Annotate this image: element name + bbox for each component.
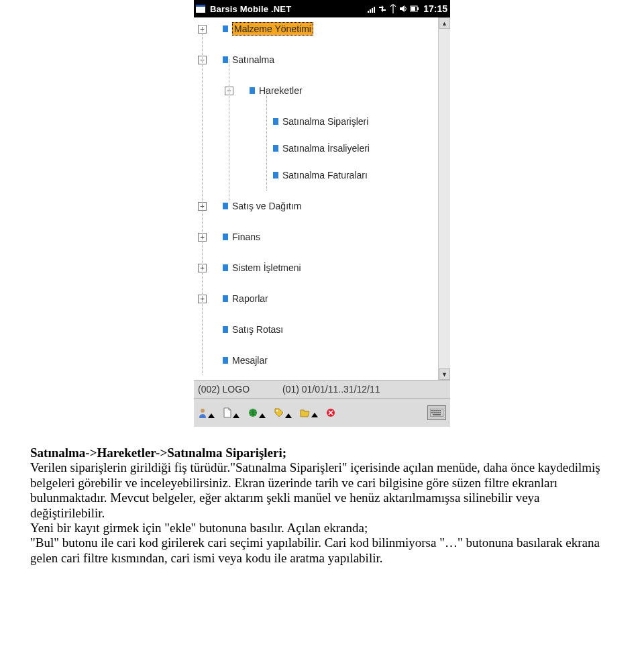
toolbar-btn-folder[interactable] bbox=[300, 408, 318, 417]
folder-icon bbox=[223, 295, 228, 302]
tree-connector bbox=[202, 28, 203, 374]
tree-item-rota[interactable]: Satış Rotası bbox=[198, 321, 450, 338]
globe-icon bbox=[248, 407, 258, 418]
antenna-icon bbox=[390, 4, 396, 13]
tree-item-label: Mesajlar bbox=[232, 355, 268, 366]
toolbar-btn-user[interactable] bbox=[198, 407, 215, 418]
tree-item-label: Finans bbox=[232, 232, 260, 242]
tree-item-faturalar[interactable]: Satınalma Faturaları bbox=[198, 166, 450, 184]
svg-rect-15 bbox=[431, 412, 433, 413]
tree-item-label: Satınalma Siparişleri bbox=[282, 116, 368, 127]
chevron-up-icon bbox=[311, 413, 318, 417]
svg-rect-1 bbox=[196, 5, 205, 7]
tag-icon bbox=[274, 407, 284, 418]
body-paragraph: Satınalma->Hareketler->Satınalma Sipariş… bbox=[30, 446, 614, 566]
battery-icon bbox=[410, 5, 419, 13]
sync-icon bbox=[378, 5, 387, 13]
app-title: Barsis Mobile .NET bbox=[210, 4, 291, 14]
item-icon bbox=[223, 326, 228, 333]
tree-item-label: Satış ve Dağıtım bbox=[232, 201, 301, 211]
folder-icon bbox=[223, 56, 228, 63]
mobile-device-screenshot: Barsis Mobile .NET 17:15 bbox=[194, 0, 450, 427]
chevron-up-icon bbox=[233, 413, 239, 418]
svg-rect-19 bbox=[439, 412, 441, 413]
file-icon bbox=[223, 407, 232, 418]
svg-rect-13 bbox=[437, 410, 439, 411]
svg-point-5 bbox=[201, 409, 205, 413]
chevron-up-icon bbox=[259, 413, 266, 418]
svg-rect-3 bbox=[417, 7, 419, 10]
toolbar-btn-file[interactable] bbox=[223, 407, 239, 418]
scroll-up-icon[interactable]: ▲ bbox=[439, 17, 450, 29]
svg-rect-11 bbox=[433, 410, 435, 411]
status-title-wrap: Barsis Mobile .NET bbox=[195, 3, 291, 14]
item-icon bbox=[273, 118, 278, 125]
toolbar-btn-close[interactable] bbox=[326, 408, 335, 417]
tree-item-label: Satınalma Faturaları bbox=[282, 170, 368, 181]
tree-area: + Malzeme Yönetimi − Satınalma − Hareke bbox=[194, 17, 450, 380]
item-icon bbox=[273, 145, 278, 152]
svg-rect-10 bbox=[431, 410, 433, 411]
paragraph-text-1: Verilen siparişlerin girildiği fiş türüd… bbox=[30, 460, 600, 519]
folder-icon bbox=[223, 234, 228, 240]
chevron-up-icon bbox=[208, 413, 215, 418]
tree-item-label: Sistem İşletmeni bbox=[232, 262, 301, 273]
tree-item-label: Malzeme Yönetimi bbox=[232, 22, 313, 36]
tree-connector bbox=[229, 59, 229, 201]
status-bar: Barsis Mobile .NET 17:15 bbox=[194, 0, 450, 17]
tree-item-siparisler[interactable]: Satınalma Siparişleri bbox=[198, 113, 450, 130]
tree-item-hareketler[interactable]: − Hareketler bbox=[198, 82, 450, 99]
tree-item-mesajlar[interactable]: Mesajlar bbox=[198, 352, 450, 369]
svg-point-7 bbox=[276, 410, 278, 411]
svg-rect-4 bbox=[411, 7, 415, 11]
tree-item-satinalma[interactable]: − Satınalma bbox=[198, 51, 450, 68]
scroll-thumb[interactable] bbox=[439, 29, 450, 368]
info-bar: (002) LOGO (01) 01/01/11..31/12/11 bbox=[194, 380, 450, 398]
tree-item-label: Satınalma İrsaliyeleri bbox=[282, 143, 370, 154]
tree-item-label: Satış Rotası bbox=[232, 324, 283, 335]
folder-open-icon bbox=[300, 408, 311, 417]
status-icons bbox=[368, 4, 419, 13]
item-icon bbox=[273, 172, 278, 178]
paragraph-title: Satınalma->Hareketler->Satınalma Sipariş… bbox=[30, 446, 614, 460]
info-period: (01) 01/01/11..31/12/11 bbox=[282, 384, 380, 395]
user-icon bbox=[198, 407, 207, 418]
keyboard-button[interactable] bbox=[427, 405, 446, 420]
vertical-scrollbar[interactable]: ▲ ▼ bbox=[438, 17, 450, 380]
tree-item-label: Raporlar bbox=[232, 293, 268, 304]
info-company: (002) LOGO bbox=[198, 384, 282, 395]
tree-item-malzeme[interactable]: + Malzeme Yönetimi bbox=[198, 20, 450, 38]
app-window-icon bbox=[195, 3, 206, 14]
folder-icon bbox=[223, 264, 228, 271]
chevron-up-icon bbox=[285, 413, 292, 418]
tree-item-label: Satınalma bbox=[232, 54, 274, 65]
svg-rect-14 bbox=[439, 410, 441, 411]
tree-item-finans[interactable]: + Finans bbox=[198, 228, 450, 246]
svg-rect-16 bbox=[433, 412, 435, 413]
folder-icon bbox=[250, 87, 255, 94]
bottom-toolbar bbox=[194, 398, 450, 427]
tree-item-label: Hareketler bbox=[259, 85, 303, 96]
svg-rect-17 bbox=[435, 412, 437, 413]
toolbar-btn-globe[interactable] bbox=[248, 407, 266, 418]
tree-item-raporlar[interactable]: + Raporlar bbox=[198, 290, 450, 307]
toolbar-btn-tag[interactable] bbox=[274, 407, 292, 418]
signal-icon bbox=[368, 5, 375, 13]
svg-rect-12 bbox=[435, 410, 437, 411]
svg-rect-20 bbox=[433, 414, 441, 415]
clock: 17:15 bbox=[423, 3, 447, 14]
speaker-icon bbox=[399, 5, 407, 13]
keyboard-icon bbox=[430, 409, 443, 417]
folder-icon bbox=[223, 26, 228, 32]
tree-item-satis[interactable]: + Satış ve Dağıtım bbox=[198, 197, 450, 215]
folder-icon bbox=[223, 203, 228, 209]
svg-rect-18 bbox=[437, 412, 439, 413]
tree-item-sistem[interactable]: + Sistem İşletmeni bbox=[198, 259, 450, 276]
item-icon bbox=[223, 357, 228, 364]
tree-item-irsaliyeler[interactable]: Satınalma İrsaliyeleri bbox=[198, 140, 450, 157]
navigation-tree[interactable]: + Malzeme Yönetimi − Satınalma − Hareke bbox=[194, 17, 450, 372]
paragraph-text-3: "Bul" butonu ile cari kod girilerek cari… bbox=[30, 536, 600, 564]
tree-connector bbox=[266, 90, 267, 191]
scroll-down-icon[interactable]: ▼ bbox=[439, 368, 450, 380]
paragraph-text-2: Yeni bir kayıt girmek için "ekle" butonu… bbox=[30, 521, 368, 535]
